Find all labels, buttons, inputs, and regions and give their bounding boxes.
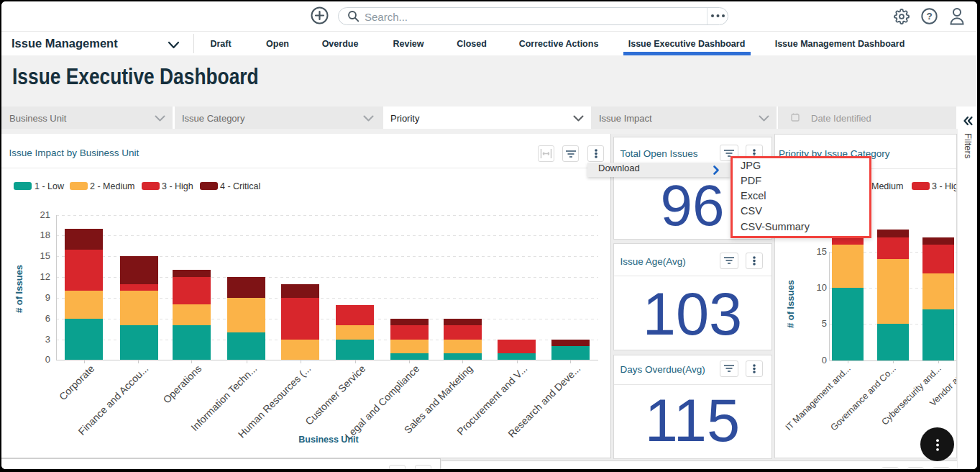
svg-text:?: ? [926,11,932,22]
